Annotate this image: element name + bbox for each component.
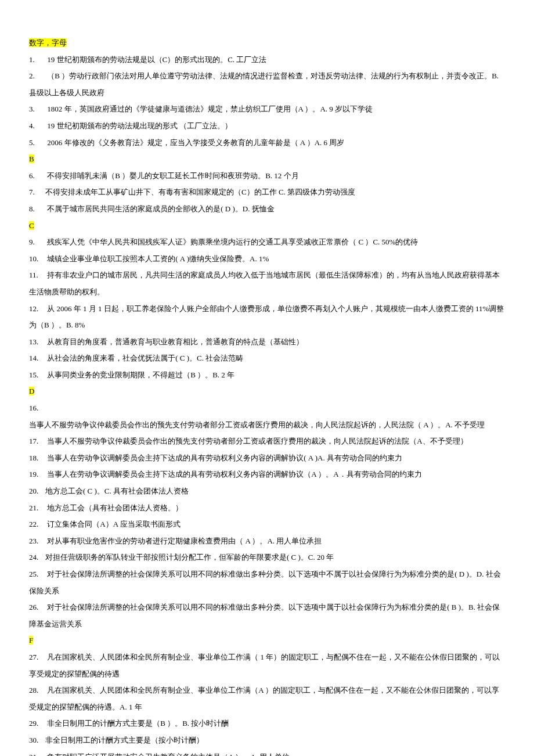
question-item: 16. xyxy=(29,400,505,417)
question-item: 22. 订立集体合同（A）A 应当采取书面形式 xyxy=(29,516,505,533)
question-item: 11. 持有非农业户口的城市居民，凡共同生活的家庭成员人均收入低于当地城市居民（… xyxy=(29,267,505,300)
question-item: 20.地方总工会( C )。C. 具有社会团体法人资格 xyxy=(29,483,505,500)
question-item: 7.不得安排未成年工从事矿山井下、有毒有害和国家规定的（C）的工作 C. 第四级… xyxy=(29,184,505,201)
question-item: 21. 地方总工会（具有社会团体法人资格。） xyxy=(29,500,505,517)
question-item: 1. 19 世纪初期颁布的劳动法规是以（C）的形式出现的。C. 工厂立法 xyxy=(29,52,505,69)
question-item: 18. 当事人在劳动争议调解委员会主持下达成的具有劳动权利义务内容的调解协议( … xyxy=(29,450,505,467)
question-item: 12. 从 2006 年 1 月 1 日起，职工养老保险个人账户全部由个人缴费形… xyxy=(29,301,505,334)
question-item: 30.非全日制用工的计酬方式主要是（按小时计酬） xyxy=(29,732,505,749)
question-item: 31. 负有对职工广泛开展劳动安全卫生教育义务的主体是（A ）。A. 用人单位 xyxy=(29,749,505,756)
question-item: 2. （B ）劳动行政部门依法对用人单位遵守劳动法律、法规的情况进行监督检查，对… xyxy=(29,68,505,101)
section-letter: F xyxy=(29,632,505,649)
question-item: 4. 19 世纪初期颁布的劳动法规出现的形式 （工厂立法。） xyxy=(29,118,505,135)
question-item: 13. 从教育目的角度看，普通教育与职业教育相比，普通教育的特点是（基础性） xyxy=(29,334,505,351)
question-item: 15. 从事同类业务的竞业限制期限，不得超过（B ）。B. 2 年 xyxy=(29,367,505,384)
document-body: 数字，字母1. 19 世纪初期颁布的劳动法规是以（C）的形式出现的。C. 工厂立… xyxy=(29,35,505,756)
question-item: 8. 不属于城市居民共同生活的家庭成员的全部收入的是( D )。D. 抚恤金 xyxy=(29,201,505,218)
question-item: 27. 凡在国家机关、人民团体和全民所有制企业、事业单位工作满（ 1 年）的固定… xyxy=(29,649,505,682)
question-item: 当事人不服劳动争议仲裁委员会作出的预先支付劳动者部分工资或者医疗费用的裁决，向人… xyxy=(29,417,505,434)
question-item: 28. 凡在国家机关、人民团体和全民所有制企业、事业单位工作满（A ）的固定职工… xyxy=(29,682,505,715)
question-item: 26. 对于社会保障法所调整的社会保障关系可以用不同的标准做出多种分类。以下选项… xyxy=(29,599,505,632)
question-item: 9. 残疾军人凭《中华人民共和国残疾军人证》购票乘坐境内运行的交通工具享受减收正… xyxy=(29,234,505,251)
question-item: 19. 当事人在劳动争议调解委员会主持下达成的具有劳动权利义务内容的调解协议（A… xyxy=(29,466,505,483)
question-item: 14. 从社会法的角度来看，社会优抚法属于( C )。C. 社会法范畴 xyxy=(29,350,505,367)
question-item: 23. 对从事有职业危害作业的劳动者进行定期健康检查费用由（ A ）。A. 用人… xyxy=(29,533,505,550)
question-item: 5. 2006 年修改的《义务教育法》规定，应当入学接受义务教育的儿童年龄是（ … xyxy=(29,135,505,152)
section-letter: C xyxy=(29,218,505,235)
question-item: 29. 非全日制用工的计酬方式主要是（B ）。B. 按小时计酬 xyxy=(29,715,505,732)
section-letter: D xyxy=(29,383,505,400)
question-item: 17. 当事人不服劳动争议仲裁委员会作出的预先支付劳动者部分工资或者医疗费用的裁… xyxy=(29,433,505,450)
question-item: 6. 不得安排哺乳未满（B ）婴儿的女职工延长工作时间和夜班劳动。B. 12 个… xyxy=(29,168,505,185)
question-item: 24.对担任营级职务的军队转业干部按照计划分配工作，但军龄的年限要求是( C )… xyxy=(29,549,505,566)
question-item: 25. 对于社会保障法所调整的社会保障关系可以用不同的标准做出多种分类。以下选项… xyxy=(29,566,505,599)
header: 数字，字母 xyxy=(29,35,505,52)
section-letter: B xyxy=(29,151,505,168)
question-item: 10. 城镇企业事业单位职工按照本人工资的( A )缴纳失业保险费。A. 1% xyxy=(29,251,505,268)
question-item: 3. 1802 年，英国政府通过的《学徒健康与道德法》规定，禁止纺织工厂使用（A… xyxy=(29,101,505,118)
